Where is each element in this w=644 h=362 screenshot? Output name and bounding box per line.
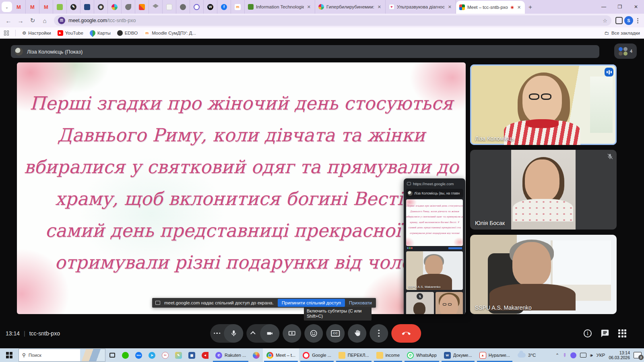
network-icon[interactable] [580, 353, 586, 358]
reload-button[interactable]: ↻ [27, 15, 38, 26]
participant-tile-liza[interactable]: Ліза Коломієць [470, 64, 617, 145]
participant-tile-yulia[interactable]: Юлія Босак [470, 150, 617, 230]
hide-notice-link[interactable]: Приховати [349, 300, 372, 305]
tab-giperbilirubinemii[interactable]: Гипербилирубинемии:Пр ✕ [315, 0, 386, 14]
home-button[interactable]: ⌂ [39, 15, 50, 26]
pinned-tab-slack-icon[interactable] [108, 0, 122, 14]
pinned-tab-bank-icon[interactable] [80, 0, 94, 14]
chat-button[interactable] [601, 329, 609, 338]
stop-sharing-button[interactable]: Припинити спільний доступ [278, 299, 345, 307]
bookmark-youtube[interactable]: ▶YouTube [58, 30, 83, 36]
mic-button[interactable] [224, 324, 243, 343]
pinned-tab-gmail-icon[interactable]: M [26, 0, 39, 14]
tab-close-icon[interactable]: ✕ [377, 4, 382, 10]
pen-tray-icon[interactable]: ✎ [561, 352, 568, 359]
bookmark-settings[interactable]: ⚙Настройки [22, 30, 51, 36]
taskbar-app-folder-income[interactable]: income [373, 348, 403, 362]
copilot-icon[interactable] [250, 348, 263, 362]
bookmark-moodle[interactable]: mMoodle СумДПУ: Д... [144, 30, 196, 36]
kompas-icon[interactable]: ◄ [198, 348, 212, 362]
pinned-tab-facebook-icon[interactable]: f [217, 0, 231, 14]
more-options-button[interactable] [369, 324, 388, 343]
new-tab-button[interactable]: ＋ [525, 2, 535, 12]
pinned-tab-doc-icon[interactable] [163, 0, 176, 14]
paint-icon[interactable]: ✎ [172, 348, 185, 362]
maximize-button[interactable]: ❐ [612, 0, 628, 14]
taskbar-search[interactable]: ⚲ Поиск [19, 349, 105, 362]
participant-count: 4 [630, 49, 632, 54]
close-window-button[interactable]: ✕ [628, 0, 644, 14]
camera-button[interactable] [260, 324, 279, 343]
taskbar-app-opera[interactable]: Google ... [299, 348, 335, 362]
telegram-icon[interactable]: ➤ [145, 348, 159, 362]
search-highlight-image[interactable] [80, 349, 105, 361]
forward-button[interactable]: → [15, 15, 26, 26]
address-bar[interactable]: meet.google.com/tcc-sntb-pxo ☆ [54, 15, 611, 26]
meeting-time: 13:14 [6, 330, 20, 337]
meeting-details-button[interactable]: i [584, 329, 592, 337]
start-button[interactable] [0, 348, 19, 362]
participant-count-pill[interactable]: 4 [614, 43, 637, 59]
language-indicator[interactable]: УКР [597, 353, 605, 358]
taskbar-clock[interactable]: 13:14 06.03.2026 [609, 350, 630, 360]
taskbar-app-folder-perekl[interactable]: ПЕРЕКЛ... [335, 348, 373, 362]
back-button[interactable]: ← [3, 15, 14, 26]
pinned-tab-mail-icon[interactable] [53, 0, 67, 14]
snipping-tool-icon[interactable]: ✂ [159, 348, 172, 362]
tab-meet-active[interactable]: Meet – tcc-sntb-pxo ✕ [456, 1, 525, 14]
captions-button[interactable]: CC [326, 324, 345, 343]
weather-widget[interactable]: 3°C [514, 348, 540, 362]
volume-icon[interactable]: 🕪 [590, 353, 593, 358]
pinned-tab-gmail-icon[interactable]: M [39, 0, 53, 14]
raise-hand-button[interactable] [348, 324, 366, 343]
taskbar-app-chrome-meet[interactable]: Meet – t... [263, 348, 299, 362]
mic-options-icon[interactable] [210, 333, 224, 334]
pinned-tab-world-icon[interactable] [176, 0, 190, 14]
notification-center-icon[interactable]: 2 [634, 352, 642, 358]
all-bookmarks[interactable]: 🗀Все закладки [604, 31, 640, 35]
apps-grid-icon[interactable] [4, 31, 9, 35]
pinned-tab-pen-icon[interactable]: ✎ [67, 0, 80, 14]
screenshare-preview[interactable]: https://meet.google.com Ліза Коломієць (… [404, 178, 465, 314]
tab-close-icon[interactable]: ✕ [306, 4, 312, 10]
leave-call-button[interactable] [391, 324, 421, 343]
pinned-tab-moodle-icon[interactable]: m [231, 0, 245, 14]
tab-search-chevron-icon[interactable]: ⌄ [2, 2, 12, 12]
pinned-tab-w-icon[interactable]: W [204, 0, 217, 14]
extensions-icon[interactable] [615, 17, 623, 24]
pinned-tab-education-icon[interactable] [149, 0, 163, 14]
site-info-icon[interactable] [58, 17, 65, 24]
task-view-button[interactable] [105, 348, 119, 362]
taskbar-app-acrobat[interactable]: ▲ Нуралие... [476, 348, 514, 362]
pinned-tab-feather-icon[interactable] [122, 0, 135, 14]
present-screen-button[interactable] [283, 324, 301, 343]
pinned-tab-globe-icon[interactable]: ◍ [94, 0, 108, 14]
activities-button[interactable] [618, 329, 626, 337]
pinned-tab-grid-icon[interactable] [135, 0, 149, 14]
profile-avatar[interactable]: S [624, 16, 633, 25]
taskbar-app-whatsapp[interactable]: ✆ WhatsApp [403, 348, 440, 362]
participant-tile-makarenko[interactable]: SSPU A.S. Makarenko [470, 235, 617, 314]
calculator-icon[interactable]: ▦ [185, 348, 198, 362]
tab-information-technologies[interactable]: Information Technologies a ✕ [245, 0, 315, 14]
browser-menu-icon[interactable] [635, 18, 641, 23]
imo-icon[interactable]: imo [132, 348, 145, 362]
tab-close-icon[interactable]: ✕ [447, 4, 452, 10]
chrome-icon [266, 352, 273, 359]
wechat-icon[interactable] [119, 348, 132, 362]
tray-expand-icon[interactable]: ⌃ [555, 353, 559, 358]
tab-close-icon[interactable]: ✕ [516, 5, 522, 10]
folder-icon [376, 352, 383, 359]
viber-tray-icon[interactable] [570, 352, 576, 358]
tab-ultrazvukova[interactable]: ♥ Ультразвукова діагностика ✕ [386, 0, 456, 14]
minimize-button[interactable]: — [596, 0, 612, 14]
pinned-tab-purple-app-icon[interactable] [190, 0, 204, 14]
pinned-tab-gmail-icon[interactable]: M [12, 0, 26, 14]
taskbar-app-viber[interactable]: ✆ Rakuten ... [212, 348, 250, 362]
taskbar-app-word[interactable]: W Докуме... [440, 348, 476, 362]
bookmark-edbo[interactable]: EDBO [117, 30, 138, 36]
reactions-button[interactable] [304, 324, 323, 343]
bookmark-maps[interactable]: Карты [90, 30, 111, 36]
camera-options-icon[interactable] [246, 331, 260, 335]
bookmark-star-icon[interactable]: ☆ [603, 18, 607, 24]
